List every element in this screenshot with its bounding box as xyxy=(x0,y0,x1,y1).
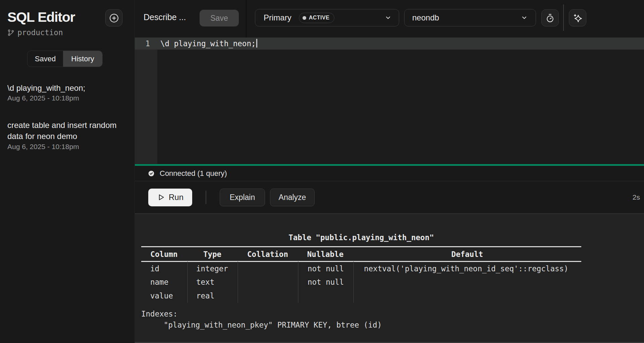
plus-circle-icon xyxy=(109,13,119,23)
cell-column: value xyxy=(150,292,173,300)
git-branch-icon xyxy=(7,29,14,36)
cell-type: integer xyxy=(196,265,228,273)
page-title: SQL Editor xyxy=(7,9,75,25)
tab-saved[interactable]: Saved xyxy=(28,51,63,67)
col-separator xyxy=(298,262,299,303)
cell-type: real xyxy=(196,292,214,300)
chevron-down-icon xyxy=(385,14,391,21)
col-separator xyxy=(237,262,238,303)
index-entry: "playing_with_neon_pkey" PRIMARY KEY, bt… xyxy=(164,321,382,329)
result-table-title: Table "public.playing_with_neon" xyxy=(141,234,581,242)
history-item-date: Aug 6, 2025 - 10:18pm xyxy=(7,143,79,151)
line-number: 1 xyxy=(135,38,157,50)
editor-toolbar: Describe ... Save Primary ACTIVE neondb xyxy=(135,0,644,38)
explain-button[interactable]: Explain xyxy=(220,189,265,206)
query-history-button[interactable] xyxy=(541,9,559,26)
toolbar-divider xyxy=(563,4,564,31)
query-duration: 2s xyxy=(633,193,640,201)
sql-editor-app: SQL Editor production Saved History \d p… xyxy=(0,0,644,343)
col-separator xyxy=(187,262,188,303)
branch-name: production xyxy=(17,28,63,37)
indexes-label: Indexes: xyxy=(141,310,177,318)
table-rule-top xyxy=(141,246,581,247)
main-panel: Describe ... Save Primary ACTIVE neondb xyxy=(135,0,644,343)
col-header-column: Column xyxy=(150,251,177,258)
toolbar-divider xyxy=(246,0,247,38)
history-item-title[interactable]: create table and insert random data for … xyxy=(7,120,125,142)
cell-column: id xyxy=(150,265,159,273)
connection-status-text: Connected (1 query) xyxy=(160,169,227,178)
save-button[interactable]: Save xyxy=(200,10,239,26)
play-icon xyxy=(157,193,165,201)
analyze-button[interactable]: Analyze xyxy=(270,189,315,206)
col-separator xyxy=(353,262,354,303)
history-item-date: Aug 6, 2025 - 10:18pm xyxy=(7,94,79,102)
text-cursor xyxy=(256,39,257,48)
cell-default: nextval('playing_with_neon_id_seq'::regc… xyxy=(364,265,569,273)
query-tab-title: Describe ... xyxy=(144,12,186,22)
branch-select[interactable]: Primary ACTIVE xyxy=(255,9,399,26)
database-select-value: neondb xyxy=(412,13,439,22)
new-query-button[interactable] xyxy=(105,9,122,26)
history-item-title[interactable]: \d playing_with_neon; xyxy=(7,82,85,93)
table-rule-header xyxy=(141,261,581,262)
status-dot-icon xyxy=(303,16,306,20)
code-editor[interactable]: 1 \d playing_with_neon; xyxy=(135,38,644,164)
run-button[interactable]: Run xyxy=(148,189,192,206)
tab-history[interactable]: History xyxy=(63,51,102,67)
cell-column: name xyxy=(150,278,168,286)
editor-gutter xyxy=(135,38,157,164)
check-circle-icon xyxy=(148,170,155,177)
database-select[interactable]: neondb xyxy=(404,9,536,26)
cell-nullable: not null xyxy=(308,278,344,286)
sidebar-tabs: Saved History xyxy=(27,51,103,67)
cell-nullable: not null xyxy=(308,265,344,273)
ai-assist-button[interactable] xyxy=(569,9,586,26)
branch-select-value: Primary xyxy=(264,13,291,22)
code-line: \d playing_with_neon; xyxy=(160,38,257,50)
cell-type: text xyxy=(196,278,214,286)
sparkles-icon xyxy=(573,13,583,23)
stopwatch-icon xyxy=(545,13,555,23)
active-badge: ACTIVE xyxy=(299,13,335,23)
col-header-nullable: Nullable xyxy=(307,251,343,258)
branch-indicator: production xyxy=(7,28,63,37)
chevron-down-icon xyxy=(521,14,528,21)
actions-divider xyxy=(206,191,206,204)
col-header-collation: Collation xyxy=(247,251,288,258)
results-panel: Table "public.playing_with_neon" Column … xyxy=(135,214,644,343)
sidebar: SQL Editor production Saved History \d p… xyxy=(0,0,135,343)
connection-status-bar: Connected (1 query) xyxy=(135,166,644,181)
col-header-default: Default xyxy=(451,251,483,258)
actions-bar: Run Explain Analyze 2s xyxy=(135,181,644,214)
col-header-type: Type xyxy=(203,251,221,258)
